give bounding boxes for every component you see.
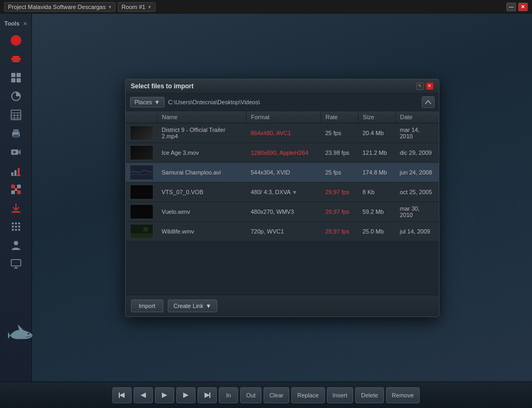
prev-button[interactable] [134, 387, 153, 403]
shark-logo [8, 321, 35, 345]
sidebar-item-plus-grid[interactable]: + [6, 181, 26, 198]
window-controls: — ✕ [506, 3, 528, 11]
sidebar: Tools ✕ [0, 14, 32, 381]
cell-date: mar 30, 2010 [396, 202, 439, 221]
out-label: Out [246, 392, 256, 398]
sidebar-item-monitor[interactable] [6, 255, 26, 272]
plus-grid-icon: + [10, 184, 22, 195]
svg-rect-30 [17, 190, 21, 194]
out-button[interactable]: Out [240, 387, 261, 403]
cell-rate: 25 fps [321, 162, 358, 182]
svg-rect-29 [11, 190, 15, 194]
svg-rect-24 [14, 170, 17, 176]
project-dropdown[interactable]: Project Malavida Software Descargas ▼ [4, 2, 116, 12]
col-header-date[interactable]: Date [396, 111, 439, 123]
remove-button[interactable]: Remove [386, 387, 420, 403]
thumbnail [130, 204, 153, 219]
sidebar-item-camera[interactable] [6, 144, 26, 161]
svg-rect-44 [11, 260, 21, 266]
monitor-icon [10, 258, 22, 270]
table-row[interactable]: VTS_07_0.VOB480/ 4:3, DXVA ▼29,97 fps8 K… [126, 182, 439, 202]
shark-icon [8, 321, 35, 345]
sidebar-item-print[interactable] [6, 125, 26, 142]
import-button[interactable]: Import [131, 299, 163, 312]
room-dropdown[interactable]: Room #1 ▼ [118, 2, 155, 12]
table-row[interactable]: District 9 - Official Trailer 2.mp4864x4… [126, 123, 439, 143]
sidebar-item-bars[interactable] [6, 162, 26, 179]
replace-button[interactable]: Replace [291, 387, 324, 403]
delete-button[interactable]: Delete [355, 387, 384, 403]
cell-size: 121.2 Mb [358, 143, 396, 162]
svg-point-37 [12, 226, 14, 228]
cell-rate: 29,97 fps [321, 202, 358, 221]
play-button[interactable] [155, 387, 174, 403]
dialog-footer: Import Create Link ▼ [126, 295, 439, 317]
thumbnail [130, 185, 153, 199]
skip-end-button[interactable] [198, 387, 217, 403]
next-button[interactable] [176, 387, 195, 403]
sidebar-item-record[interactable] [6, 32, 26, 49]
sidebar-item-dot-grid[interactable] [6, 218, 26, 235]
sidebar-close-button[interactable]: ✕ [23, 21, 27, 27]
svg-point-39 [18, 226, 20, 228]
sidebar-item-table[interactable] [6, 106, 26, 123]
cell-date: jul 14, 2009 [396, 221, 439, 241]
svg-rect-4 [19, 60, 21, 62]
nav-up-button[interactable] [422, 96, 435, 108]
clip-icon [10, 53, 22, 65]
in-button[interactable]: In [219, 387, 238, 403]
svg-rect-18 [13, 135, 19, 138]
svg-rect-33 [12, 211, 20, 213]
col-header-rate[interactable]: Rate [321, 111, 358, 123]
sidebar-item-download[interactable] [6, 199, 26, 217]
bars-icon [10, 165, 22, 177]
svg-point-41 [15, 229, 17, 231]
import-dialog: Select files to import ✎ ✕ Places ▼ C:\U… [125, 79, 439, 317]
sidebar-header: Tools ✕ [0, 18, 31, 29]
camera-icon [10, 146, 22, 158]
sidebar-item-grid[interactable] [6, 69, 26, 86]
dialog-title-bar: Select files to import ✎ ✕ [126, 79, 439, 94]
sidebar-item-circle[interactable] [6, 88, 26, 105]
col-header-size[interactable]: Size [358, 111, 396, 123]
close-button[interactable]: ✕ [518, 3, 528, 11]
sidebar-item-person[interactable] [6, 237, 26, 254]
file-list-container[interactable]: Name Format Rate Size Date District 9 - … [126, 111, 439, 242]
cell-thumb [126, 143, 158, 162]
insert-button[interactable]: Insert [327, 387, 354, 403]
clear-button[interactable]: Clear [264, 387, 289, 403]
circle-icon [10, 90, 22, 102]
dialog-pin-button[interactable]: ✎ [416, 82, 424, 90]
svg-rect-7 [11, 78, 15, 82]
col-header-name[interactable]: Name [158, 111, 247, 123]
path-bar: Places ▼ C:\Users\Ontecnia\Desktop\Video… [126, 94, 439, 111]
delete-label: Delete [361, 392, 378, 398]
cell-format: 480/ 4:3, DXVA ▼ [247, 182, 321, 202]
table-icon [10, 109, 22, 121]
table-row[interactable]: Vuelo.wmv480x270, WMV329,97 fps59.2 Mbma… [126, 202, 439, 221]
create-link-button[interactable]: Create Link ▼ [168, 299, 217, 312]
table-row[interactable]: Samurai Champloo.avi544x304, XVID25 fps1… [126, 162, 439, 182]
cell-rate: 23.98 fps [321, 143, 358, 162]
svg-rect-27 [11, 185, 15, 188]
svg-rect-17 [13, 129, 19, 132]
svg-text:+: + [14, 188, 17, 192]
in-label: In [226, 392, 231, 398]
svg-rect-53 [119, 393, 120, 398]
dialog-close-button[interactable]: ✕ [426, 82, 433, 90]
col-header-format[interactable]: Format [247, 111, 321, 123]
table-row[interactable]: Wildlife.wmv720p, WVC129,97 fps25.0 Mbju… [126, 221, 439, 241]
sidebar-item-clip[interactable] [6, 51, 26, 68]
cell-date: mar 14, 2010 [396, 123, 439, 143]
thumbnail [130, 224, 153, 239]
svg-rect-23 [11, 172, 13, 176]
path-display: C:\Users\Ontecnia\Desktop\Videos\ [168, 99, 418, 105]
cell-thumb [126, 221, 158, 241]
insert-label: Insert [333, 392, 348, 398]
minimize-button[interactable]: — [506, 3, 516, 11]
skip-start-button[interactable] [112, 387, 132, 403]
file-list-empty-area [126, 242, 439, 295]
places-button[interactable]: Places ▼ [130, 97, 165, 107]
cell-format: 864x480, AVC1 [247, 123, 321, 143]
table-row[interactable]: Ice Age 3.mov1280x690, AppleH26423.98 fp… [126, 143, 439, 162]
